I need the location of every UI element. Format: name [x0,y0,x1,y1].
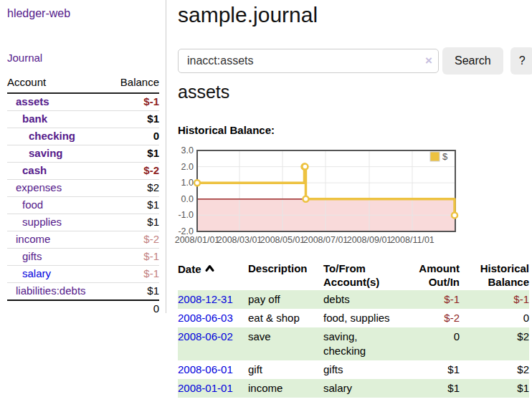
account-row: expenses$2 [7,180,159,197]
transaction-date-link[interactable]: 2008-12-31 [178,293,233,305]
account-name-cell: salary [7,266,109,283]
register-row: 2008-06-01giftgifts$1$2 [178,360,529,379]
account-row: salary$-1 [7,266,159,283]
clear-search-icon[interactable]: × [425,54,432,68]
accounts-cell: saving, checking [323,327,395,360]
sidebar-account-link[interactable]: gifts [22,250,42,262]
svg-text:2008/05/01: 2008/05/01 [260,235,305,245]
account-balance: $2 [109,180,159,197]
transaction-date-link[interactable]: 2008-06-02 [178,330,233,342]
accounts-cell: salary [323,379,395,398]
transaction-date-link[interactable]: 2008-01-01 [178,382,233,394]
sidebar-account-link[interactable]: saving [29,147,63,159]
accounts-balance-table: Account Balance assets$-1bank$1checking0… [7,75,159,317]
sidebar-account-link[interactable]: checking [29,130,75,142]
account-balance: $1 [109,145,159,163]
accounts-header-row: Account Balance [7,75,159,93]
amount-cell: $-1 [395,290,460,309]
account-name-cell: expenses [7,180,109,197]
chart-legend: $ [430,151,448,162]
chart-title: Historical Balance: [178,124,275,136]
sidebar-account-link[interactable]: expenses [16,181,62,193]
amount-cell: $1 [395,360,460,379]
app: { "colors": { "link_visited_purple": "#5… [0,0,532,417]
page-title: sample.journal [178,0,318,30]
balance-cell: $2 [460,327,529,360]
account-row: cash$-2 [7,163,159,180]
account-name-cell: gifts [7,249,109,266]
account-row: income$-2 [7,231,159,249]
account-name-cell: checking [7,128,109,145]
description-cell: pay off [248,290,323,309]
sidebar-item-journal[interactable]: Journal [7,52,166,64]
register-header-row: Date Description To/From Account(s) Amou… [178,259,529,290]
date-cell: 2008-12-31 [178,290,248,309]
search-input-wrap: × [178,49,439,73]
transaction-date-link[interactable]: 2008-06-01 [178,363,233,375]
transaction-date-link[interactable]: 2008-06-03 [178,312,233,324]
sidebar-account-link[interactable]: assets [16,95,49,107]
account-balance: $-2 [109,163,159,180]
date-cell: 2008-06-02 [178,327,248,360]
account-row: supplies$1 [7,214,159,231]
search-bar: × Search ? [178,47,532,75]
sidebar-account-link[interactable]: bank [22,112,47,125]
description-cell: gift [248,360,323,379]
register-row: 2008-06-03eat & shopfood, supplies$-20 [178,309,529,327]
date-cell: 2008-06-03 [178,309,248,327]
account-row: gifts$-1 [7,249,159,266]
column-header-date[interactable]: Date [178,259,248,290]
svg-text:2.0: 2.0 [181,162,194,172]
account-balance: 0 [109,128,159,145]
register-table-body: 2008-12-31pay offdebts$-1$-12008-06-03ea… [178,290,529,398]
account-balance: $1 [109,283,159,301]
balance-line-chart: $3.02.01.00.0-1.0-2.02008/01/012008/03/0… [178,145,529,251]
balance-cell: $2 [460,360,529,379]
svg-text:3.0: 3.0 [181,145,194,155]
amount-cell: $1 [395,379,460,398]
sidebar-account-link[interactable]: supplies [22,216,62,228]
help-button[interactable]: ? [510,47,532,75]
sidebar-account-link[interactable]: food [22,198,43,211]
sidebar-account-link[interactable]: cash [22,164,47,176]
account-name-cell: food [7,197,109,214]
svg-text:$: $ [442,151,448,162]
account-balance: $-1 [109,266,159,283]
account-name-cell: cash [7,163,109,180]
balance-cell: $-1 [460,290,529,309]
search-button[interactable]: Search [442,47,503,75]
account-balance: $-2 [109,231,159,249]
accounts-total-value: 0 [109,300,159,317]
total-spacer [7,300,109,317]
account-name-cell: liabilities:debts [7,283,109,301]
description-cell: save [248,327,323,360]
account-balance: $1 [109,197,159,214]
account-heading: assets [178,82,229,102]
brand-link[interactable]: hledger-web [7,7,166,20]
amount-cell: $-2 [395,309,460,327]
svg-text:2008/03/01: 2008/03/01 [217,235,262,245]
sidebar-account-link[interactable]: salary [22,267,51,279]
search-input[interactable] [178,49,439,73]
account-name-cell: supplies [7,214,109,231]
balance-cell: $1 [460,379,529,398]
description-cell: eat & shop [248,309,323,327]
account-balance: $-1 [109,93,159,111]
accounts-table-body: assets$-1bank$1checking0saving$1cash$-2e… [7,93,159,317]
register-table: Date Description To/From Account(s) Amou… [178,259,529,398]
accounts-total-row: 0 [7,300,159,317]
main-content: sample.journal × Search ? assets Histori… [178,0,529,417]
accounts-header-balance: Balance [109,75,159,93]
svg-text:-1.0: -1.0 [178,210,194,220]
sidebar-account-link[interactable]: income [16,233,50,245]
sidebar-account-link[interactable]: liabilities:debts [16,284,86,297]
svg-text:2008/09/01: 2008/09/01 [347,235,392,245]
date-cell: 2008-06-01 [178,360,248,379]
account-row: saving$1 [7,145,159,163]
balance-cell: 0 [460,309,529,327]
account-balance: $1 [109,214,159,231]
accounts-cell: debts [323,290,395,309]
account-balance: $-1 [109,249,159,266]
svg-text:0.0: 0.0 [181,194,194,204]
column-header-accounts: To/From Account(s) [323,259,395,290]
